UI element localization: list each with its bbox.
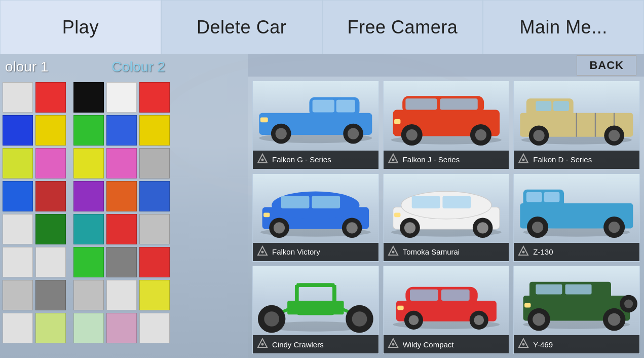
colour2-swatch-0[interactable] <box>73 82 104 113</box>
car-image-falkon-g-series <box>253 81 378 150</box>
colour2-swatch-1[interactable] <box>106 82 137 113</box>
colour2-swatch-22[interactable] <box>106 313 137 343</box>
free-camera-button[interactable]: Free Camera <box>322 0 483 54</box>
colour2-swatch-5[interactable] <box>139 115 170 146</box>
colour2-swatch-2[interactable] <box>139 82 170 113</box>
svg-point-35 <box>609 130 620 141</box>
play-button[interactable]: Play <box>0 0 161 54</box>
car-name-falkon-victory: Falkon Victory <box>272 247 320 256</box>
svg-rect-15 <box>405 98 437 110</box>
colour1-swatch-7[interactable] <box>35 181 66 211</box>
car-label-bar-y-469: Y-469 <box>514 335 639 353</box>
svg-point-109 <box>608 313 621 326</box>
back-button[interactable]: BACK <box>577 55 636 76</box>
colour1-swatch-0[interactable] <box>3 82 33 113</box>
svg-rect-31 <box>553 101 569 111</box>
svg-point-95 <box>474 315 484 325</box>
svg-point-84 <box>352 311 367 327</box>
car-brand-icon-falkon-victory <box>257 245 268 259</box>
colour1-swatch-15[interactable] <box>35 313 66 343</box>
car-name-wildy-compact: Wildy Compact <box>403 340 454 349</box>
colour1-swatch-4[interactable] <box>3 148 33 178</box>
colour1-swatch-3[interactable] <box>35 115 66 146</box>
colour2-swatch-14[interactable] <box>139 214 170 244</box>
svg-rect-53 <box>411 196 440 208</box>
svg-point-33 <box>534 130 545 141</box>
car-label-bar-falkon-g-series: Falkon G - Series <box>253 151 378 169</box>
svg-point-72 <box>522 250 525 253</box>
car-brand-icon-falkon-d-series <box>518 153 529 166</box>
car-image-z-130 <box>514 174 639 243</box>
colour2-swatch-12[interactable] <box>73 214 104 244</box>
colour2-swatch-21[interactable] <box>73 313 104 343</box>
car-label-bar-falkon-victory: Falkon Victory <box>253 243 378 261</box>
top-nav: Play Delete Car Free Camera Main Me... <box>0 0 644 54</box>
colour2-swatch-3[interactable] <box>73 115 104 146</box>
car-brand-icon-cindy-crawlers <box>257 338 268 351</box>
car-card-falkon-j-series[interactable]: Falkon J - Series <box>383 81 510 169</box>
colour2-swatch-7[interactable] <box>106 148 137 178</box>
car-card-y-469[interactable]: Y-469 <box>513 266 640 354</box>
colour-panel: olour 1 Colour 2 <box>0 54 248 358</box>
car-image-falkon-d-series <box>514 81 639 150</box>
car-name-falkon-g-series: Falkon G - Series <box>272 155 331 164</box>
car-brand-icon-falkon-j-series <box>388 153 399 166</box>
svg-rect-91 <box>441 290 470 301</box>
colour1-swatch-8[interactable] <box>3 214 33 244</box>
car-card-falkon-g-series[interactable]: Falkon G - Series <box>252 81 379 169</box>
colour2-swatch-10[interactable] <box>106 181 137 211</box>
car-name-falkon-j-series: Falkon J - Series <box>403 155 460 164</box>
colour1-swatch-1[interactable] <box>35 82 66 113</box>
colour-headers: olour 1 Colour 2 <box>0 54 248 80</box>
car-name-z-130: Z-130 <box>533 247 553 256</box>
svg-point-105 <box>624 299 633 308</box>
svg-point-49 <box>261 250 264 253</box>
colour2-swatch-4[interactable] <box>106 115 137 146</box>
car-label-bar-cindy-crawlers: Cindy Crawlers <box>253 335 378 353</box>
colour2-grid <box>73 82 170 343</box>
car-card-falkon-victory[interactable]: Falkon Victory <box>252 173 379 262</box>
car-card-z-130[interactable]: Z-130 <box>513 173 640 262</box>
colour1-swatch-12[interactable] <box>3 280 33 310</box>
car-card-tomoka-samurai[interactable]: Tomoka Samurai <box>383 173 510 262</box>
svg-rect-65 <box>526 192 542 202</box>
colour2-swatch-9[interactable] <box>73 181 104 211</box>
colour2-swatch-20[interactable] <box>139 280 170 310</box>
car-brand-icon-falkon-g-series <box>257 153 268 166</box>
colour2-swatch-11[interactable] <box>139 181 170 211</box>
svg-rect-90 <box>410 290 438 301</box>
colour2-swatch-17[interactable] <box>139 247 170 277</box>
car-image-wildy-compact <box>384 266 509 335</box>
svg-point-112 <box>522 343 525 346</box>
colour1-swatch-2[interactable] <box>3 115 33 146</box>
colour1-swatch-11[interactable] <box>35 247 66 277</box>
colour1-swatch-5[interactable] <box>35 148 66 178</box>
car-card-falkon-d-series[interactable]: Falkon D - Series <box>513 81 640 169</box>
colour1-swatch-13[interactable] <box>35 280 66 310</box>
svg-rect-42 <box>312 196 340 208</box>
colour2-swatch-6[interactable] <box>73 148 104 178</box>
colour1-swatch-14[interactable] <box>3 313 33 343</box>
main-menu-button[interactable]: Main Me... <box>483 0 644 54</box>
car-image-tomoka-samurai <box>384 174 509 243</box>
svg-point-107 <box>533 313 545 326</box>
car-card-wildy-compact[interactable]: Wildy Compact <box>383 266 510 354</box>
colour2-swatch-13[interactable] <box>106 214 137 244</box>
colour1-swatch-10[interactable] <box>3 247 33 277</box>
colour2-swatch-18[interactable] <box>73 280 104 310</box>
car-card-cindy-crawlers[interactable]: Cindy Crawlers <box>252 266 379 354</box>
car-image-cindy-crawlers <box>253 266 378 335</box>
colour2-swatch-15[interactable] <box>73 247 104 277</box>
car-label-bar-falkon-j-series: Falkon J - Series <box>384 151 509 169</box>
colour1-swatch-6[interactable] <box>3 181 33 211</box>
delete-car-button[interactable]: Delete Car <box>161 0 322 54</box>
svg-point-6 <box>276 128 287 139</box>
colour2-swatch-16[interactable] <box>106 247 137 277</box>
colour1-swatch-9[interactable] <box>35 214 66 244</box>
colour2-swatch-8[interactable] <box>139 148 170 178</box>
colour2-swatch-23[interactable] <box>139 313 170 343</box>
svg-point-86 <box>261 343 264 346</box>
colour2-swatch-19[interactable] <box>106 280 137 310</box>
car-brand-icon-y-469 <box>518 338 529 351</box>
color-grids <box>0 80 248 346</box>
